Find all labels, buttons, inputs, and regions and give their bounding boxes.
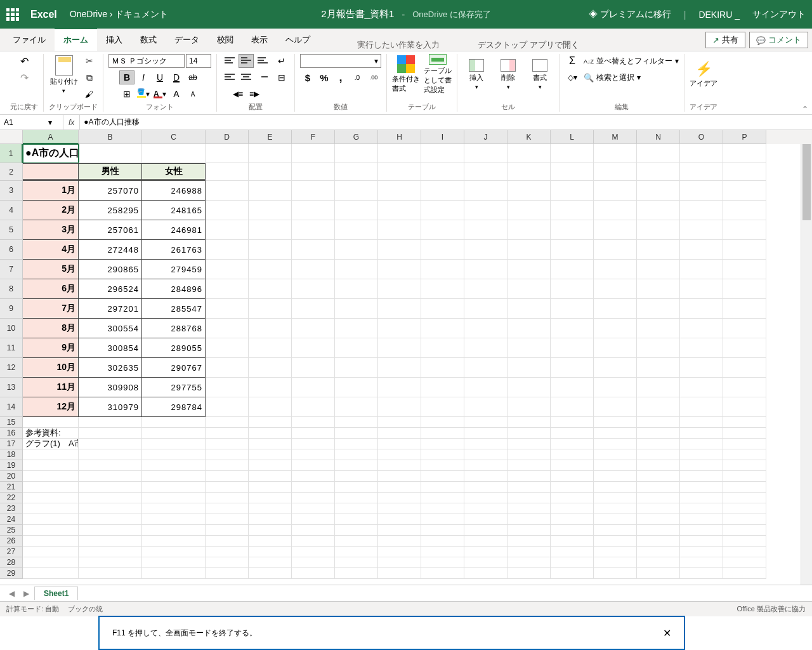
cell-H17[interactable] — [378, 439, 421, 449]
cell-L7[interactable] — [551, 260, 594, 279]
cell-O22[interactable] — [680, 493, 723, 503]
cell-P10[interactable] — [723, 319, 766, 338]
cell-L12[interactable] — [551, 358, 594, 378]
cell-F14[interactable] — [292, 397, 335, 417]
cell-C16[interactable] — [142, 428, 206, 439]
row-header[interactable]: 18 — [0, 449, 23, 460]
cell-H24[interactable] — [378, 514, 421, 525]
cell-D21[interactable] — [206, 482, 249, 493]
cell-M8[interactable] — [594, 279, 637, 299]
cell-P24[interactable] — [723, 514, 766, 525]
cell-A25[interactable] — [23, 525, 79, 536]
cell-N22[interactable] — [637, 493, 680, 503]
cell-M14[interactable] — [594, 397, 637, 417]
sort-filter-button[interactable]: 並べ替えとフィルター ▾ — [584, 54, 679, 68]
cell-B26[interactable] — [79, 536, 142, 547]
cell-M18[interactable] — [594, 449, 637, 460]
cell-J7[interactable] — [464, 260, 508, 279]
cell-E13[interactable] — [249, 378, 292, 397]
cell-K22[interactable] — [508, 493, 551, 503]
cell-L17[interactable] — [551, 439, 594, 449]
cell-L20[interactable] — [551, 471, 594, 482]
tab-formulas[interactable]: 数式 — [131, 29, 166, 51]
cell-M24[interactable] — [594, 514, 637, 525]
cell-O29[interactable] — [680, 568, 723, 579]
cell-A1[interactable]: ●A市の人口推移 — [23, 144, 79, 163]
cell-J3[interactable] — [464, 181, 508, 201]
cell-N11[interactable] — [637, 338, 680, 358]
user-name[interactable]: DEKIRU _ — [698, 10, 740, 20]
premium-link[interactable]: プレミアムに移行 — [589, 9, 671, 20]
cell-I25[interactable] — [421, 525, 464, 536]
cell-E1[interactable] — [249, 144, 292, 163]
cell-G7[interactable] — [335, 260, 378, 279]
cell-I15[interactable] — [421, 417, 464, 428]
cell-D19[interactable] — [206, 460, 249, 471]
col-header-E[interactable]: E — [249, 130, 292, 144]
cell-I9[interactable] — [421, 299, 464, 319]
cell-B17[interactable] — [79, 439, 142, 449]
cell-N25[interactable] — [637, 525, 680, 536]
cell-M5[interactable] — [594, 220, 637, 240]
cell-N9[interactable] — [637, 299, 680, 319]
cell-J4[interactable] — [464, 201, 508, 220]
cell-B19[interactable] — [79, 460, 142, 471]
cell-B1[interactable] — [79, 144, 142, 163]
col-header-O[interactable]: O — [680, 130, 723, 144]
cell-G1[interactable] — [335, 144, 378, 163]
cell-K24[interactable] — [508, 514, 551, 525]
cell-I27[interactable] — [421, 547, 464, 557]
cell-M3[interactable] — [594, 181, 637, 201]
cell-I24[interactable] — [421, 514, 464, 525]
cell-M25[interactable] — [594, 525, 637, 536]
cell-O19[interactable] — [680, 460, 723, 471]
cell-E29[interactable] — [249, 568, 292, 579]
cell-J22[interactable] — [464, 493, 508, 503]
cell-B4[interactable]: 258295 — [79, 201, 142, 220]
cell-E21[interactable] — [249, 482, 292, 493]
cell-O8[interactable] — [680, 279, 723, 299]
cell-N13[interactable] — [637, 378, 680, 397]
cell-E28[interactable] — [249, 557, 292, 568]
feedback-link[interactable]: Office 製品改善に協力 — [737, 604, 806, 614]
cell-D24[interactable] — [206, 514, 249, 525]
cell-O13[interactable] — [680, 378, 723, 397]
cell-B5[interactable]: 257061 — [79, 220, 142, 240]
cell-J2[interactable] — [464, 163, 508, 181]
cell-L19[interactable] — [551, 460, 594, 471]
cell-A18[interactable] — [23, 449, 79, 460]
cell-N27[interactable] — [637, 547, 680, 557]
cell-I11[interactable] — [421, 338, 464, 358]
cell-D16[interactable] — [206, 428, 249, 439]
cell-M1[interactable] — [594, 144, 637, 163]
row-header[interactable]: 5 — [0, 220, 23, 240]
cell-O20[interactable] — [680, 471, 723, 482]
cell-I21[interactable] — [421, 482, 464, 493]
cell-F3[interactable] — [292, 181, 335, 201]
cell-N1[interactable] — [637, 144, 680, 163]
cell-D5[interactable] — [206, 220, 249, 240]
cell-K2[interactable] — [508, 163, 551, 181]
cell-P9[interactable] — [723, 299, 766, 319]
cell-B9[interactable]: 297201 — [79, 299, 142, 319]
cell-D17[interactable] — [206, 439, 249, 449]
cell-G11[interactable] — [335, 338, 378, 358]
cell-P26[interactable] — [723, 536, 766, 547]
cell-B12[interactable]: 302635 — [79, 358, 142, 378]
cell-A24[interactable] — [23, 514, 79, 525]
cell-O24[interactable] — [680, 514, 723, 525]
cell-I18[interactable] — [421, 449, 464, 460]
cell-E15[interactable] — [249, 417, 292, 428]
cell-H7[interactable] — [378, 260, 421, 279]
cell-F22[interactable] — [292, 493, 335, 503]
cell-H29[interactable] — [378, 568, 421, 579]
cell-F29[interactable] — [292, 568, 335, 579]
cell-D18[interactable] — [206, 449, 249, 460]
cell-D14[interactable] — [206, 397, 249, 417]
cell-P21[interactable] — [723, 482, 766, 493]
cell-H28[interactable] — [378, 557, 421, 568]
cell-D2[interactable] — [206, 163, 249, 181]
cell-M19[interactable] — [594, 460, 637, 471]
col-header-K[interactable]: K — [508, 130, 551, 144]
cell-P11[interactable] — [723, 338, 766, 358]
